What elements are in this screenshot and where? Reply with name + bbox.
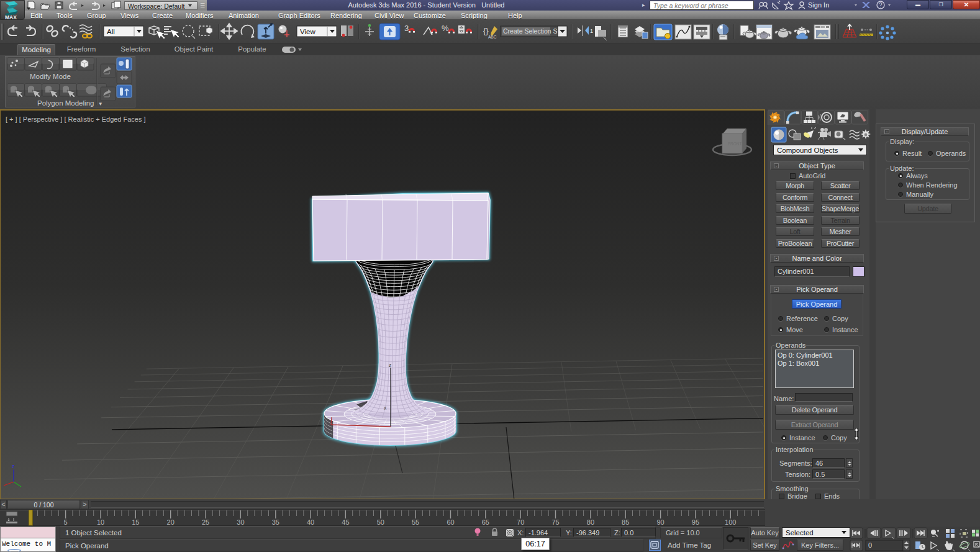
svg-text:40: 40 [307,518,314,526]
svg-text:45: 45 [342,518,349,526]
svg-text:1: 1 [590,28,593,34]
svg-text:25: 25 [202,518,209,526]
svg-text:15: 15 [132,518,139,526]
svg-text:z: z [389,362,391,368]
svg-text:View: View [300,28,315,35]
svg-text:0: 0 [868,541,872,549]
svg-text:10: 10 [97,518,104,526]
svg-text:100: 100 [725,518,736,526]
svg-text:65: 65 [482,518,489,526]
svg-text:z: z [12,463,15,469]
svg-text:?: ? [879,2,882,9]
svg-text:35: 35 [272,518,279,526]
svg-text:%: % [442,24,449,33]
svg-text:50: 50 [377,518,384,526]
svg-text:Sign In: Sign In [808,1,829,9]
svg-text:20: 20 [167,518,175,526]
svg-text:{}: {} [483,26,489,35]
svg-text:70: 70 [517,518,524,526]
svg-text:Create Selection Se: Create Selection Se [503,27,561,35]
svg-text:5: 5 [64,518,68,526]
svg-text:FRONT: FRONT [728,142,742,146]
svg-text:75: 75 [551,518,559,526]
svg-text:All: All [107,28,115,35]
svg-text:95: 95 [692,518,699,526]
svg-text:[ + ] [ Perspective ] [ Realis: [ + ] [ Perspective ] [ Realistic + Edge… [6,115,146,123]
svg-text:85: 85 [622,518,629,526]
svg-text:55: 55 [412,518,419,526]
svg-text:MAX: MAX [5,14,17,19]
svg-text:30: 30 [237,518,244,526]
svg-text:60: 60 [447,518,454,526]
svg-text:80: 80 [587,518,594,526]
svg-text:ABC: ABC [488,35,497,39]
svg-text:3: 3 [404,24,409,33]
svg-text:90: 90 [656,518,664,526]
